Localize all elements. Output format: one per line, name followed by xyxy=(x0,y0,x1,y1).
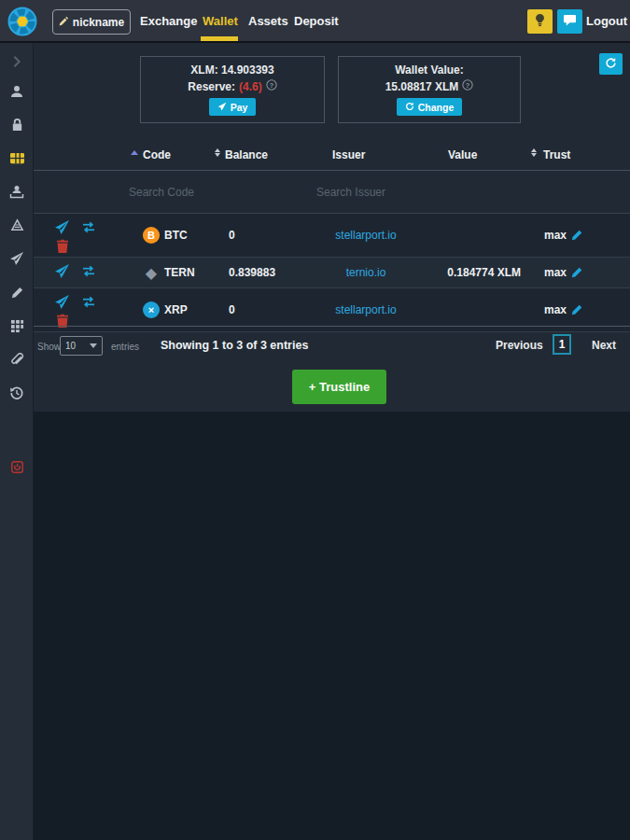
send-asset-icon[interactable] xyxy=(54,294,70,310)
wallet-value-label: Wallet Value: xyxy=(395,63,464,77)
asset-icon: ◆ xyxy=(143,264,160,281)
reserve-value: (4.6) xyxy=(239,80,262,93)
sidebar-attach-icon[interactable] xyxy=(0,348,34,371)
page-size-select[interactable]: 10 xyxy=(60,336,103,356)
trust-limit: max xyxy=(544,229,567,242)
sort-code-icon[interactable] xyxy=(131,150,138,155)
theme-toggle-button[interactable] xyxy=(527,9,553,34)
table-row: ◆ TERN 0.839883 ternio.io 0.184774 XLM m… xyxy=(34,258,630,288)
swap-asset-icon[interactable] xyxy=(81,265,96,277)
sidebar-wallet-icon[interactable] xyxy=(0,147,34,169)
change-refresh-icon xyxy=(405,102,414,113)
search-code-input[interactable] xyxy=(127,181,243,203)
asset-issuer-link[interactable]: stellarport.io xyxy=(267,229,465,242)
asset-issuer-link[interactable]: stellarport.io xyxy=(267,303,465,316)
trust-limit: max xyxy=(544,266,567,279)
send-asset-icon[interactable] xyxy=(54,219,70,235)
active-tab-indicator xyxy=(201,36,238,41)
reserve-label: Reserve: xyxy=(188,80,235,93)
sidebar-security-icon[interactable] xyxy=(0,113,34,135)
xlm-balance-box: XLM: 14.903393 Reserve: (4.6) ? Pay xyxy=(140,56,325,123)
table-footer: Show 10 entries Showing 1 to 3 of 3 entr… xyxy=(34,326,630,364)
showing-entries-text: Showing 1 to 3 of 3 entries xyxy=(161,339,308,352)
refresh-icon xyxy=(605,57,617,72)
swap-asset-icon[interactable] xyxy=(81,296,96,308)
edit-nickname-icon xyxy=(59,16,68,29)
change-currency-button[interactable]: Change xyxy=(397,98,463,116)
asset-icon: B xyxy=(143,227,160,244)
wallet-page: nickname Exchange Wallet Assets Deposit … xyxy=(0,0,630,840)
sidebar-history-icon[interactable] xyxy=(0,382,34,404)
pay-button[interactable]: Pay xyxy=(209,98,257,116)
asset-value: 0.184774 XLM xyxy=(388,266,521,279)
table-search-row xyxy=(34,171,630,214)
table-rows: B BTC 0 stellarport.io max ◆ TERN 0.8398… xyxy=(34,214,630,332)
wallet-value-box: Wallet Value: 15.08817 XLM ? Change xyxy=(338,56,521,123)
table-row: B BTC 0 stellarport.io max xyxy=(34,214,630,258)
sidebar-account-icon[interactable] xyxy=(0,80,34,103)
add-trustline-button[interactable]: + Trustline xyxy=(292,370,386,404)
caret-down-icon xyxy=(90,343,97,348)
header-code[interactable]: Code xyxy=(143,148,171,161)
sort-trust-icon[interactable] xyxy=(531,148,537,157)
svg-text:?: ? xyxy=(466,81,470,90)
page-size-value: 10 xyxy=(65,341,76,351)
header-value: Value xyxy=(448,148,477,161)
svg-text:?: ? xyxy=(269,81,273,90)
sidebar-sign-icon[interactable] xyxy=(0,281,34,303)
edit-trust-icon[interactable] xyxy=(570,266,583,279)
topbar: nickname Exchange Wallet Assets Deposit … xyxy=(0,0,630,43)
refresh-button[interactable] xyxy=(599,53,623,75)
trash-icon[interactable] xyxy=(56,239,69,254)
tab-exchange[interactable]: Exchange xyxy=(140,14,197,28)
pay-label: Pay xyxy=(231,102,248,113)
lightbulb-icon xyxy=(533,13,547,30)
swap-asset-icon[interactable] xyxy=(81,221,96,233)
search-issuer-input[interactable] xyxy=(315,181,440,203)
tab-assets[interactable]: Assets xyxy=(248,14,288,28)
pay-send-icon xyxy=(217,102,227,113)
logout-button[interactable]: Logout xyxy=(586,14,627,28)
header-balance[interactable]: Balance xyxy=(225,148,268,161)
send-asset-icon[interactable] xyxy=(54,263,70,279)
trust-limit: max xyxy=(544,303,567,316)
change-label: Change xyxy=(418,102,455,113)
edit-trust-icon[interactable] xyxy=(570,303,583,316)
header-trust[interactable]: Trust xyxy=(543,148,570,161)
table-header: Code Balance Issuer Value Trust xyxy=(34,140,630,171)
nickname-label: nickname xyxy=(73,16,124,29)
asset-balance: 0 xyxy=(229,229,235,242)
sidebar-expand-icon[interactable] xyxy=(0,50,34,73)
sidebar-ledger-icon[interactable] xyxy=(0,315,34,337)
sidebar xyxy=(0,43,34,840)
sort-balance-icon[interactable] xyxy=(215,148,220,157)
sidebar-logout-icon[interactable] xyxy=(0,455,34,478)
asset-code: XRP xyxy=(164,303,188,316)
asset-code: BTC xyxy=(164,229,188,242)
tab-deposit[interactable]: Deposit xyxy=(294,14,339,28)
previous-page-button[interactable]: Previous xyxy=(496,339,543,352)
next-page-button[interactable]: Next xyxy=(592,339,616,352)
asset-balance: 0 xyxy=(229,303,235,316)
wallet-value: 15.08817 XLM xyxy=(385,80,459,93)
sidebar-send-icon[interactable] xyxy=(0,247,34,270)
entries-label: entries xyxy=(111,342,139,352)
tab-wallet[interactable]: Wallet xyxy=(203,14,238,28)
edit-trust-icon[interactable] xyxy=(570,229,583,242)
asset-code: TERN xyxy=(164,266,195,279)
show-label: Show xyxy=(37,342,61,352)
reserve-help-icon[interactable]: ? xyxy=(266,79,277,93)
page-number-button[interactable]: 1 xyxy=(553,334,571,355)
stellarport-logo-icon[interactable] xyxy=(7,7,37,36)
sidebar-inflation-icon[interactable] xyxy=(0,214,34,236)
sidebar-federation-icon[interactable] xyxy=(0,180,34,203)
nickname-button[interactable]: nickname xyxy=(52,9,131,35)
chat-bubble-icon xyxy=(563,14,577,29)
chat-button[interactable] xyxy=(557,9,582,34)
xlm-balance: XLM: 14.903393 xyxy=(190,63,273,77)
wallet-panel: XLM: 14.903393 Reserve: (4.6) ? Pay Wall… xyxy=(34,43,630,412)
header-issuer: Issuer xyxy=(332,148,365,161)
wallet-value-help-icon[interactable]: ? xyxy=(462,79,473,93)
asset-icon: × xyxy=(143,301,160,318)
